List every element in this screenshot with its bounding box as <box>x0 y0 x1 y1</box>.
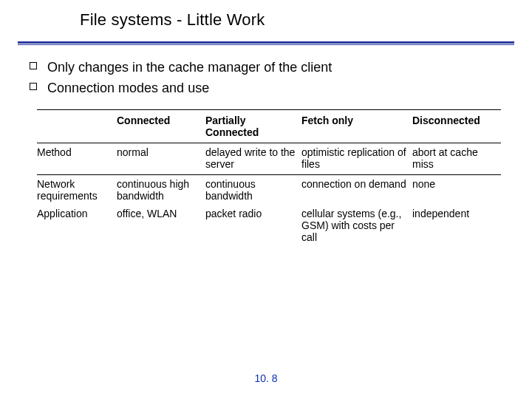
bullet-text: Only changes in the cache manager of the… <box>47 58 332 77</box>
bullet-list: Only changes in the cache manager of the… <box>30 58 332 99</box>
row-label: Application <box>37 205 117 246</box>
table-header-cell: Fetch only <box>301 110 412 143</box>
modes-table: Connected Partially Connected Fetch only… <box>37 109 501 246</box>
table-row: Application office, WLAN packet radio ce… <box>37 205 501 246</box>
bullet-icon <box>30 62 37 69</box>
slide: File systems - Little Work Only changes … <box>0 0 532 399</box>
bullet-item: Connection modes and use <box>30 78 332 98</box>
bullet-item: Only changes in the cache manager of the… <box>30 58 332 77</box>
table-header-cell: Partially Connected <box>205 110 301 143</box>
table-header-cell: Disconnected <box>412 110 501 143</box>
table-cell: optimistic replication of files <box>301 143 412 175</box>
table-cell: continuous bandwidth <box>205 175 301 205</box>
table-cell: normal <box>117 143 205 175</box>
table-cell: independent <box>412 205 501 246</box>
table-header-row: Connected Partially Connected Fetch only… <box>37 110 501 143</box>
table-cell: continuous high bandwidth <box>117 175 205 205</box>
page-number: 10. 8 <box>0 372 532 384</box>
table-cell: none <box>412 175 501 205</box>
table-header-cell <box>37 110 117 143</box>
table-cell: packet radio <box>205 205 301 246</box>
table-cell: office, WLAN <box>117 205 205 246</box>
table-row: Method normal delayed write to the serve… <box>37 143 501 175</box>
slide-title: File systems - Little Work <box>80 10 265 30</box>
bullet-icon <box>30 83 37 90</box>
row-label: Method <box>37 143 117 175</box>
table-cell: delayed write to the server <box>205 143 301 175</box>
table-row: Network requirements continuous high ban… <box>37 175 501 205</box>
bullet-text: Connection modes and use <box>47 78 209 98</box>
row-label: Network requirements <box>37 175 117 205</box>
table-header-cell: Connected <box>117 110 205 143</box>
table-cell: connection on demand <box>301 175 412 205</box>
table-cell: cellular systems (e.g., GSM) with costs … <box>301 205 412 246</box>
table-cell: abort at cache miss <box>412 143 501 175</box>
title-rule <box>18 41 514 46</box>
